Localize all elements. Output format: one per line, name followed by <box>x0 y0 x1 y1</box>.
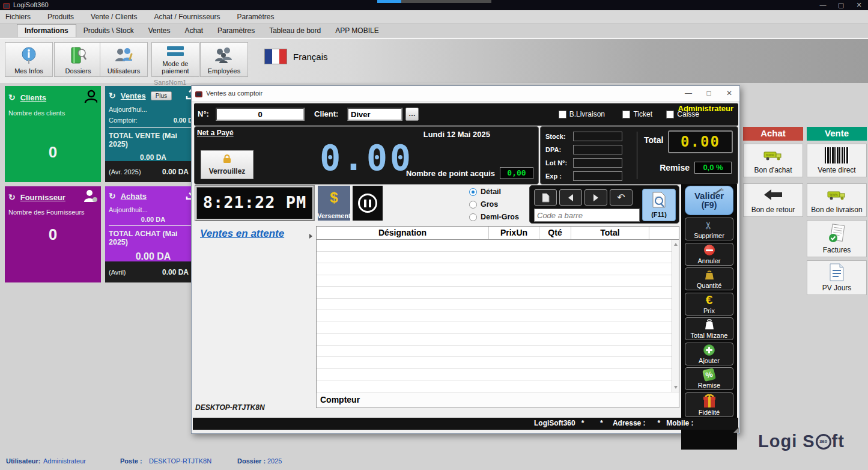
clients-panel-title[interactable]: Clients <box>20 93 46 102</box>
dialog-minimize-button[interactable]: — <box>678 86 699 102</box>
sale-number-input[interactable]: 0 <box>216 108 305 121</box>
table-row[interactable] <box>317 299 679 311</box>
dialog-maximize-button[interactable]: □ <box>699 86 719 102</box>
dialog-close-button[interactable]: ✕ <box>719 86 739 102</box>
points-value-display: 0,00 <box>500 167 533 179</box>
plus-button[interactable]: Plus <box>151 91 172 100</box>
barcode-input[interactable] <box>534 209 640 222</box>
radio-selected-icon <box>469 188 477 196</box>
table-row[interactable] <box>317 263 679 275</box>
col-prixun[interactable]: PrixUn <box>489 227 539 239</box>
tab-achat[interactable]: Achat <box>177 25 210 37</box>
col-total[interactable]: Total <box>571 227 649 239</box>
valider-button[interactable]: Valider (F9) <box>685 186 733 215</box>
client-browse-button[interactable]: … <box>405 108 419 121</box>
menu-produits[interactable]: Produits <box>39 10 82 23</box>
table-body[interactable] <box>317 240 679 392</box>
bon-retour-button[interactable]: Bon de retour <box>743 183 803 217</box>
col-designation[interactable]: Désignation <box>317 227 489 239</box>
prix-button[interactable]: € Prix <box>685 293 733 316</box>
remise-button[interactable]: % Remise <box>685 367 733 390</box>
versement-button[interactable]: $ Versement <box>318 186 350 221</box>
fournisseur-panel: ↻ Fournisseur Nombre des Fournisseurs 0 <box>5 186 101 282</box>
table-row[interactable] <box>317 240 679 252</box>
scroll-down-icon[interactable] <box>674 386 678 389</box>
pv-jours-button[interactable]: PV Jours <box>807 260 867 295</box>
fidelite-button[interactable]: Fidélité <box>685 392 733 417</box>
table-row[interactable] <box>317 369 679 381</box>
radio-detail[interactable]: Détail <box>469 188 501 196</box>
undo-button[interactable]: ↶ <box>610 189 633 206</box>
table-row[interactable] <box>317 380 679 392</box>
pause-button[interactable] <box>353 186 383 221</box>
ventes-en-attente-link[interactable]: Ventes en attente <box>200 228 284 240</box>
refresh-icon[interactable]: ↻ <box>109 92 116 100</box>
resize-grip[interactable] <box>733 427 739 433</box>
refresh-icon[interactable]: ↻ <box>109 192 116 200</box>
supprimer-button[interactable]: ✂ Supprimer <box>685 218 733 240</box>
table-row[interactable] <box>317 310 679 322</box>
annuler-button[interactable]: Annuler <box>685 243 733 266</box>
table-row[interactable] <box>317 357 679 369</box>
close-button[interactable]: ✕ <box>850 0 868 10</box>
ventes-panel-title[interactable]: Ventes <box>121 91 146 100</box>
table-row[interactable] <box>317 346 679 358</box>
refresh-icon[interactable]: ↻ <box>8 94 16 102</box>
table-row[interactable] <box>317 287 679 299</box>
stock-field[interactable] <box>573 132 622 141</box>
dpa-field[interactable] <box>573 145 622 154</box>
refresh-icon[interactable]: ↻ <box>8 194 16 201</box>
table-row[interactable] <box>317 322 679 334</box>
top-progress-track <box>401 0 491 3</box>
table-row[interactable] <box>317 252 679 264</box>
info-icon <box>20 43 38 67</box>
tab-app-mobile[interactable]: APP MOBILE <box>328 25 386 37</box>
quantite-button[interactable]: Quantité <box>685 267 733 290</box>
minimize-button[interactable]: — <box>814 0 832 10</box>
vente-direct-button[interactable]: Vente direct <box>807 144 867 177</box>
expander-arrow-icon[interactable] <box>309 234 312 239</box>
menu-fichiers[interactable]: Fichiers <box>0 10 39 23</box>
factures-button[interactable]: Factures <box>807 220 867 257</box>
next-button[interactable] <box>584 189 607 206</box>
table-row[interactable] <box>317 275 679 287</box>
ajouter-button[interactable]: Ajouter <box>685 343 733 365</box>
fournisseur-panel-title[interactable]: Fournisseur <box>20 193 65 202</box>
scroll-up-icon[interactable] <box>674 243 678 246</box>
tab-informations[interactable]: Informations <box>17 24 76 37</box>
menu-parametres[interactable]: Paramètres <box>228 10 282 23</box>
search-f11-button[interactable]: (F11) <box>642 189 676 221</box>
employees-button[interactable]: Employées <box>200 42 248 77</box>
blivraison-checkbox[interactable]: B.Livraison <box>559 110 605 118</box>
table-row[interactable] <box>317 334 679 346</box>
tab-produits-stock[interactable]: Produits \ Stock <box>76 25 141 37</box>
utilisateurs-button[interactable]: Utilisateurs <box>100 42 148 77</box>
achats-panel-title[interactable]: Achats <box>121 192 147 201</box>
table-scrollbar[interactable] <box>672 240 679 392</box>
menu-achat-fournisseurs[interactable]: Achat / Fournisseurs <box>145 10 228 23</box>
clients-count: 0 <box>5 143 101 162</box>
tab-tableau-de-bord[interactable]: Tableau de bord <box>262 25 328 37</box>
ticket-checkbox[interactable]: Ticket <box>622 110 652 118</box>
lot-field[interactable] <box>573 158 622 168</box>
dossiers-button[interactable]: Dossiers <box>54 42 102 77</box>
table-header-row: Désignation PrixUn Qté Total <box>317 227 679 240</box>
language-selector[interactable]: Français <box>264 49 328 64</box>
total-mizane-button[interactable]: Total Mizane <box>685 317 733 340</box>
lock-button[interactable]: Verrouillez <box>201 150 253 179</box>
bon-livraison-button[interactable]: %%% Bon de livraison <box>807 183 867 217</box>
menu-vente-clients[interactable]: Vente / Clients <box>82 10 145 23</box>
exp-field[interactable] <box>573 171 622 181</box>
radio-gros[interactable]: Gros <box>469 200 498 209</box>
maximize-button[interactable]: ▢ <box>832 0 850 10</box>
tab-ventes[interactable]: Ventes <box>141 25 178 37</box>
tab-parametres[interactable]: Paramètres <box>210 25 262 37</box>
radio-demi-gros[interactable]: Demi-Gros <box>469 213 519 221</box>
client-input[interactable]: Diver <box>347 108 402 121</box>
mes-infos-button[interactable]: Mes Infos <box>5 42 53 77</box>
previous-button[interactable] <box>559 189 582 206</box>
col-qte[interactable]: Qté <box>539 227 571 239</box>
bon-achat-button[interactable]: %%% Bon d'achat <box>743 144 803 177</box>
mode-paiement-button[interactable]: Mode de paiement <box>151 42 199 77</box>
new-document-button[interactable] <box>534 189 557 206</box>
